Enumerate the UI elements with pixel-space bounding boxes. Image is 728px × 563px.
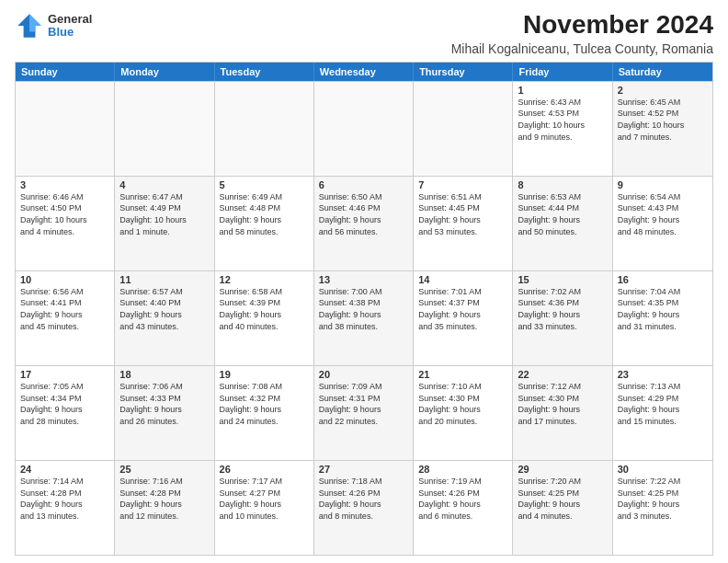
day-number: 6	[319, 179, 408, 190]
day-cell: 14Sunrise: 7:01 AM Sunset: 4:37 PM Dayli…	[414, 271, 513, 365]
day-info: Sunrise: 6:58 AM Sunset: 4:39 PM Dayligh…	[220, 286, 309, 332]
day-cell	[414, 82, 513, 176]
logo-general-text: General	[48, 13, 92, 26]
week-row-2: 3Sunrise: 6:46 AM Sunset: 4:50 PM Daylig…	[16, 176, 712, 270]
col-header-tuesday: Tuesday	[215, 63, 314, 81]
day-cell: 23Sunrise: 7:13 AM Sunset: 4:29 PM Dayli…	[613, 366, 712, 460]
header: General Blue November 2024 Mihail Kogaln…	[15, 11, 713, 56]
day-number: 30	[618, 464, 708, 475]
day-info: Sunrise: 6:50 AM Sunset: 4:46 PM Dayligh…	[319, 191, 408, 237]
day-cell: 5Sunrise: 6:49 AM Sunset: 4:48 PM Daylig…	[215, 177, 314, 270]
day-number: 3	[20, 179, 109, 190]
day-cell	[115, 82, 214, 176]
day-number: 9	[618, 179, 708, 190]
day-number: 27	[319, 464, 408, 475]
day-cell: 10Sunrise: 6:56 AM Sunset: 4:41 PM Dayli…	[16, 271, 115, 365]
col-header-wednesday: Wednesday	[314, 63, 414, 81]
day-info: Sunrise: 7:22 AM Sunset: 4:25 PM Dayligh…	[618, 476, 708, 522]
day-info: Sunrise: 6:54 AM Sunset: 4:43 PM Dayligh…	[618, 191, 708, 237]
day-number: 12	[220, 274, 309, 285]
day-cell: 8Sunrise: 6:53 AM Sunset: 4:44 PM Daylig…	[513, 177, 612, 270]
day-info: Sunrise: 6:47 AM Sunset: 4:49 PM Dayligh…	[119, 191, 209, 237]
day-cell: 12Sunrise: 6:58 AM Sunset: 4:39 PM Dayli…	[215, 271, 314, 365]
col-header-saturday: Saturday	[613, 63, 712, 81]
day-info: Sunrise: 6:56 AM Sunset: 4:41 PM Dayligh…	[20, 286, 109, 332]
weeks: 1Sunrise: 6:43 AM Sunset: 4:53 PM Daylig…	[16, 81, 712, 555]
day-number: 14	[418, 274, 507, 285]
day-cell	[314, 82, 414, 176]
day-info: Sunrise: 7:18 AM Sunset: 4:26 PM Dayligh…	[319, 476, 408, 522]
col-header-sunday: Sunday	[16, 63, 115, 81]
day-cell: 17Sunrise: 7:05 AM Sunset: 4:34 PM Dayli…	[16, 366, 115, 460]
day-number: 10	[20, 274, 109, 285]
day-info: Sunrise: 6:43 AM Sunset: 4:53 PM Dayligh…	[518, 97, 607, 143]
day-info: Sunrise: 6:49 AM Sunset: 4:48 PM Dayligh…	[220, 191, 309, 237]
day-number: 17	[20, 369, 109, 380]
main-title: November 2024	[451, 11, 713, 40]
page: General Blue November 2024 Mihail Kogaln…	[0, 0, 728, 563]
day-info: Sunrise: 7:10 AM Sunset: 4:30 PM Dayligh…	[418, 381, 507, 427]
day-cell: 26Sunrise: 7:17 AM Sunset: 4:27 PM Dayli…	[215, 461, 314, 555]
day-info: Sunrise: 7:01 AM Sunset: 4:37 PM Dayligh…	[418, 286, 507, 332]
day-number: 4	[119, 179, 209, 190]
day-cell: 30Sunrise: 7:22 AM Sunset: 4:25 PM Dayli…	[613, 461, 712, 555]
day-cell: 22Sunrise: 7:12 AM Sunset: 4:30 PM Dayli…	[513, 366, 612, 460]
day-number: 24	[20, 464, 109, 475]
day-number: 8	[518, 179, 607, 190]
day-number: 5	[220, 179, 309, 190]
logo-text: General Blue	[48, 13, 92, 40]
day-info: Sunrise: 7:08 AM Sunset: 4:32 PM Dayligh…	[220, 381, 309, 427]
day-info: Sunrise: 7:20 AM Sunset: 4:25 PM Dayligh…	[518, 476, 607, 522]
logo: General Blue	[15, 11, 92, 40]
logo-icon	[15, 11, 44, 40]
day-cell: 29Sunrise: 7:20 AM Sunset: 4:25 PM Dayli…	[513, 461, 612, 555]
day-info: Sunrise: 6:53 AM Sunset: 4:44 PM Dayligh…	[518, 191, 607, 237]
day-cell	[16, 82, 115, 176]
day-info: Sunrise: 7:16 AM Sunset: 4:28 PM Dayligh…	[119, 476, 209, 522]
col-header-monday: Monday	[115, 63, 214, 81]
day-cell: 6Sunrise: 6:50 AM Sunset: 4:46 PM Daylig…	[314, 177, 414, 270]
day-number: 22	[518, 369, 607, 380]
day-cell: 28Sunrise: 7:19 AM Sunset: 4:26 PM Dayli…	[414, 461, 513, 555]
day-info: Sunrise: 7:09 AM Sunset: 4:31 PM Dayligh…	[319, 381, 408, 427]
day-info: Sunrise: 7:13 AM Sunset: 4:29 PM Dayligh…	[618, 381, 708, 427]
svg-marker-1	[29, 14, 41, 31]
day-info: Sunrise: 6:51 AM Sunset: 4:45 PM Dayligh…	[418, 191, 507, 237]
col-header-thursday: Thursday	[414, 63, 513, 81]
day-info: Sunrise: 6:57 AM Sunset: 4:40 PM Dayligh…	[119, 286, 209, 332]
day-info: Sunrise: 7:17 AM Sunset: 4:27 PM Dayligh…	[220, 476, 309, 522]
day-cell	[215, 82, 314, 176]
col-header-friday: Friday	[513, 63, 612, 81]
day-info: Sunrise: 7:19 AM Sunset: 4:26 PM Dayligh…	[418, 476, 507, 522]
week-row-1: 1Sunrise: 6:43 AM Sunset: 4:53 PM Daylig…	[16, 81, 712, 176]
day-cell: 1Sunrise: 6:43 AM Sunset: 4:53 PM Daylig…	[513, 82, 612, 176]
day-number: 28	[418, 464, 507, 475]
day-info: Sunrise: 7:12 AM Sunset: 4:30 PM Dayligh…	[518, 381, 607, 427]
day-number: 7	[418, 179, 507, 190]
day-cell: 7Sunrise: 6:51 AM Sunset: 4:45 PM Daylig…	[414, 177, 513, 270]
day-cell: 25Sunrise: 7:16 AM Sunset: 4:28 PM Dayli…	[115, 461, 214, 555]
logo-blue-text: Blue	[48, 26, 92, 39]
day-number: 13	[319, 274, 408, 285]
calendar: SundayMondayTuesdayWednesdayThursdayFrid…	[15, 62, 713, 556]
day-number: 29	[518, 464, 607, 475]
day-number: 25	[119, 464, 209, 475]
day-number: 11	[119, 274, 209, 285]
day-cell: 18Sunrise: 7:06 AM Sunset: 4:33 PM Dayli…	[115, 366, 214, 460]
day-info: Sunrise: 7:00 AM Sunset: 4:38 PM Dayligh…	[319, 286, 408, 332]
day-cell: 13Sunrise: 7:00 AM Sunset: 4:38 PM Dayli…	[314, 271, 414, 365]
title-block: November 2024 Mihail Kogalniceanu, Tulce…	[451, 11, 713, 56]
subtitle: Mihail Kogalniceanu, Tulcea County, Roma…	[451, 41, 713, 56]
day-number: 21	[418, 369, 507, 380]
day-cell: 2Sunrise: 6:45 AM Sunset: 4:52 PM Daylig…	[613, 82, 712, 176]
day-cell: 9Sunrise: 6:54 AM Sunset: 4:43 PM Daylig…	[613, 177, 712, 270]
day-cell: 11Sunrise: 6:57 AM Sunset: 4:40 PM Dayli…	[115, 271, 214, 365]
day-number: 20	[319, 369, 408, 380]
column-headers: SundayMondayTuesdayWednesdayThursdayFrid…	[16, 63, 712, 81]
day-info: Sunrise: 7:05 AM Sunset: 4:34 PM Dayligh…	[20, 381, 109, 427]
day-cell: 15Sunrise: 7:02 AM Sunset: 4:36 PM Dayli…	[513, 271, 612, 365]
day-cell: 21Sunrise: 7:10 AM Sunset: 4:30 PM Dayli…	[414, 366, 513, 460]
day-number: 2	[618, 85, 708, 96]
week-row-5: 24Sunrise: 7:14 AM Sunset: 4:28 PM Dayli…	[16, 460, 712, 555]
week-row-3: 10Sunrise: 6:56 AM Sunset: 4:41 PM Dayli…	[16, 270, 712, 365]
